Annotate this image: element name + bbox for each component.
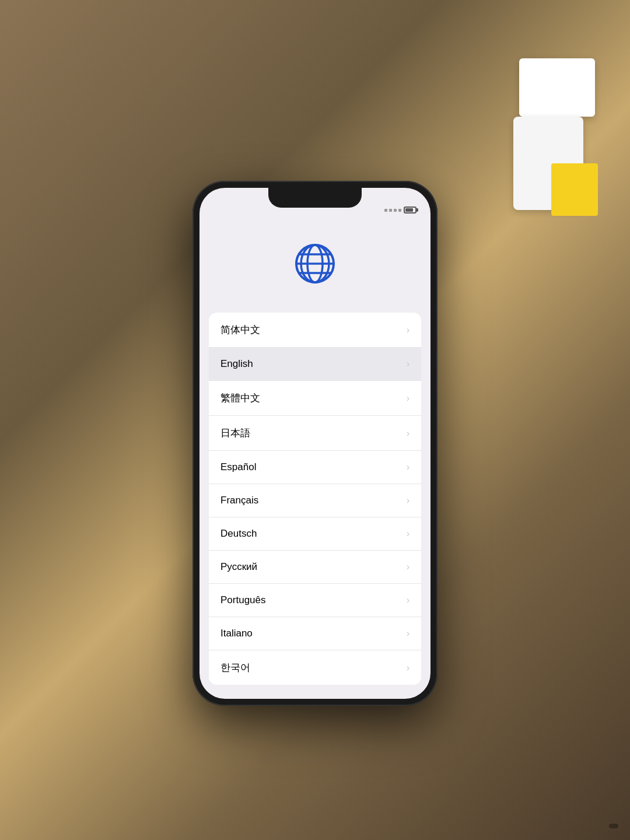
language-label-simplified-chinese: 简体中文	[220, 323, 260, 337]
bg-white-box-top	[519, 58, 595, 117]
signal-dot-3	[394, 209, 397, 212]
battery-fill	[405, 208, 413, 212]
chevron-icon-korean: ›	[407, 663, 410, 673]
language-label-german: Deutsch	[220, 528, 257, 540]
phone-frame: 简体中文›English›繁體中文›日本語›Español›Français›D…	[192, 181, 438, 706]
language-item-italian[interactable]: Italiano›	[209, 617, 421, 650]
globe-icon	[292, 240, 338, 287]
chevron-icon-japanese: ›	[407, 428, 410, 439]
language-item-korean[interactable]: 한국어›	[209, 650, 421, 685]
language-item-english[interactable]: English›	[209, 348, 421, 381]
screen-content: 简体中文›English›繁體中文›日本語›Español›Français›D…	[200, 217, 430, 699]
signal-dot-4	[398, 209, 401, 212]
chevron-icon-russian: ›	[407, 562, 410, 572]
phone-screen: 简体中文›English›繁體中文›日本語›Español›Français›D…	[200, 188, 430, 699]
language-item-spanish[interactable]: Español›	[209, 451, 421, 484]
language-label-traditional-chinese: 繁體中文	[220, 391, 260, 405]
language-label-japanese: 日本語	[220, 426, 250, 440]
language-list-inner: 简体中文›English›繁體中文›日本語›Español›Français›D…	[209, 313, 421, 685]
language-label-spanish: Español	[220, 461, 256, 473]
language-item-french[interactable]: Français›	[209, 484, 421, 517]
chevron-icon-english: ›	[407, 359, 410, 369]
battery-icon	[404, 206, 416, 214]
watermark	[609, 824, 618, 828]
signal-dot-1	[384, 209, 387, 212]
battery-area	[384, 206, 416, 214]
language-label-french: Français	[220, 495, 258, 506]
language-item-traditional-chinese[interactable]: 繁體中文›	[209, 381, 421, 416]
signal-dot-2	[389, 209, 392, 212]
chevron-icon-spanish: ›	[407, 462, 410, 473]
globe-container	[292, 240, 338, 289]
language-label-russian: Русский	[220, 561, 257, 573]
language-item-german[interactable]: Deutsch›	[209, 517, 421, 551]
phone-notch	[268, 188, 362, 208]
signal-dots	[384, 209, 401, 212]
language-item-russian[interactable]: Русский›	[209, 551, 421, 584]
chevron-icon-simplified-chinese: ›	[407, 325, 410, 335]
language-item-japanese[interactable]: 日本語›	[209, 416, 421, 451]
language-item-portuguese[interactable]: Português›	[209, 584, 421, 617]
chevron-icon-traditional-chinese: ›	[407, 393, 410, 404]
language-label-italian: Italiano	[220, 628, 253, 639]
language-label-english: English	[220, 358, 253, 370]
chevron-icon-french: ›	[407, 495, 410, 506]
language-item-simplified-chinese[interactable]: 简体中文›	[209, 313, 421, 348]
bg-yellow-note	[551, 163, 598, 216]
chevron-icon-german: ›	[407, 528, 410, 539]
language-label-korean: 한국어	[220, 661, 250, 674]
language-label-portuguese: Português	[220, 594, 266, 606]
chevron-icon-italian: ›	[407, 628, 410, 639]
chevron-icon-portuguese: ›	[407, 595, 410, 606]
language-list: 简体中文›English›繁體中文›日本語›Español›Français›D…	[200, 313, 430, 699]
